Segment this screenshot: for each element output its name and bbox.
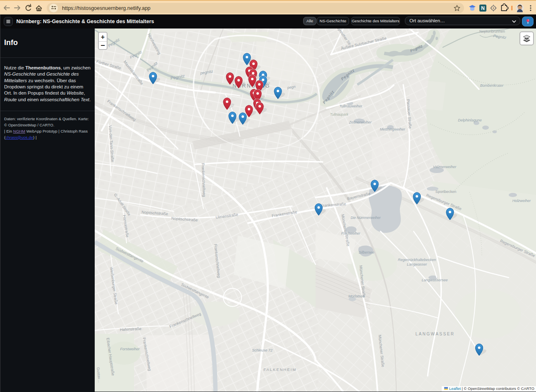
svg-text:Delphinlagune: Delphinlagune bbox=[458, 118, 482, 122]
svg-text:LANGWASSER: LANGWASSER bbox=[415, 332, 455, 336]
svg-text:FALKENHEIM: FALKENHEIM bbox=[263, 367, 297, 372]
svg-text:N: N bbox=[481, 5, 485, 11]
svg-text:Silbersee: Silbersee bbox=[359, 250, 374, 254]
svg-text:Neptunbrunnen: Neptunbrunnen bbox=[479, 29, 505, 33]
svg-text:Schleuse 72: Schleuse 72 bbox=[252, 348, 273, 352]
svg-text:Regenrückhaltebecken: Regenrückhaltebecken bbox=[398, 258, 436, 262]
svg-text:Tullnauweiher: Tullnauweiher bbox=[339, 104, 362, 108]
svg-text:Die Nümmerweiher: Die Nümmerweiher bbox=[351, 216, 381, 220]
svg-text:Tullnaupark: Tullnaupark bbox=[330, 112, 349, 116]
svg-text:Langwasser: Langwasser bbox=[407, 262, 428, 266]
svg-text:Langwassersee: Langwassersee bbox=[421, 278, 447, 282]
svg-text:Forstweiher: Forstweiher bbox=[120, 347, 140, 351]
svg-text:Morlatsee: Morlatsee bbox=[348, 294, 365, 298]
svg-text:Zeltnerweiher: Zeltnerweiher bbox=[349, 120, 372, 124]
svg-text:Bombenkrater: Bombenkrater bbox=[480, 83, 504, 88]
svg-text:Flachweiher: Flachweiher bbox=[341, 231, 361, 235]
svg-text:Holzweiher: Holzweiher bbox=[512, 199, 531, 203]
svg-text:Valznerweiher: Valznerweiher bbox=[433, 165, 457, 169]
svg-text:Sportbecken: Sportbecken bbox=[436, 190, 457, 194]
svg-text:Metthingweiher: Metthingweiher bbox=[380, 127, 405, 131]
